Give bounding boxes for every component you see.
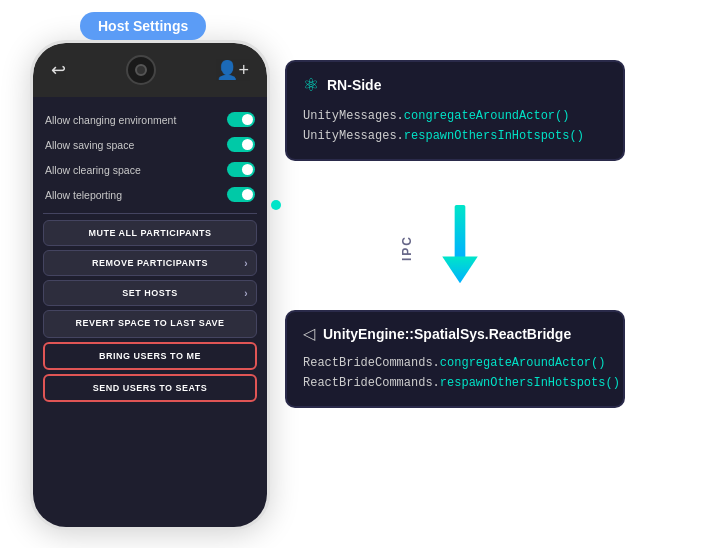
set-hosts-chevron: › <box>244 288 248 299</box>
rn-prefix1: UnityMessages. <box>303 109 404 123</box>
phone-divider <box>43 213 257 214</box>
mute-label: MUTE ALL PARTICIPANTS <box>88 228 211 238</box>
phone-camera-inner <box>135 64 147 76</box>
bring-users-label: BRING USERS TO ME <box>99 351 201 361</box>
callout-rn-line1: UnityMessages.congregateAroundActor() <box>303 106 607 126</box>
toggle-label-saving: Allow saving space <box>45 139 134 151</box>
phone-mockup: ↩ 👤+ Allow changing environment Allow sa… <box>30 40 270 530</box>
phone-camera <box>126 55 156 85</box>
back-icon: ↩ <box>51 59 66 81</box>
add-user-icon: 👤+ <box>216 59 249 81</box>
react-icon: ⚛ <box>303 74 319 96</box>
ipc-container: IPC <box>430 205 490 285</box>
set-hosts-label: SET HOSTS <box>122 288 178 298</box>
ipc-label: IPC <box>400 235 414 261</box>
toggle-saving[interactable] <box>227 137 255 152</box>
host-settings-badge: Host Settings <box>80 12 206 40</box>
unity-icon: ◁ <box>303 324 315 343</box>
phone-body: Allow changing environment Allow saving … <box>33 97 267 527</box>
set-hosts-btn[interactable]: SET HOSTS › <box>43 280 257 306</box>
callout-rn-code: UnityMessages.congregateAroundActor() Un… <box>303 106 607 147</box>
toggle-label-clearing: Allow clearing space <box>45 164 141 176</box>
send-users-btn[interactable]: SEND USERS TO SEATS <box>43 374 257 402</box>
ipc-arrow-svg <box>440 205 480 285</box>
callout-unity: ◁ UnityEngine::SpatialSys.ReactBridge Re… <box>285 310 625 408</box>
send-users-label: SEND USERS TO SEATS <box>93 383 208 393</box>
callout-rn: ⚛ RN-Side UnityMessages.congregateAround… <box>285 60 625 161</box>
unity-prefix2: ReactBrideCommands. <box>303 376 440 390</box>
remove-btn[interactable]: REMOVE PARTICIPANTS › <box>43 250 257 276</box>
callout-unity-title-text: UnityEngine::SpatialSys.ReactBridge <box>323 326 571 342</box>
callout-rn-title: ⚛ RN-Side <box>303 74 607 96</box>
bring-users-btn[interactable]: BRING USERS TO ME <box>43 342 257 370</box>
unity-method1: congregateAroundActor() <box>440 356 606 370</box>
callout-rn-line2: UnityMessages.respawnOthersInHotspots() <box>303 126 607 146</box>
revert-btn[interactable]: REVERT SPACE TO LAST SAVE <box>43 310 257 338</box>
mute-btn[interactable]: MUTE ALL PARTICIPANTS <box>43 220 257 246</box>
toggle-clearing[interactable] <box>227 162 255 177</box>
toggle-row-clearing[interactable]: Allow clearing space <box>43 157 257 182</box>
toggle-env[interactable] <box>227 112 255 127</box>
callout-unity-line1: ReactBrideCommands.congregateAroundActor… <box>303 353 607 373</box>
toggle-teleport[interactable] <box>227 187 255 202</box>
callout-unity-title: ◁ UnityEngine::SpatialSys.ReactBridge <box>303 324 607 343</box>
callout-unity-line2: ReactBrideCommands.respawnOthersInHotspo… <box>303 373 607 393</box>
callout-unity-code: ReactBrideCommands.congregateAroundActor… <box>303 353 607 394</box>
svg-rect-0 <box>455 205 466 258</box>
revert-label: REVERT SPACE TO LAST SAVE <box>75 318 224 330</box>
rn-method1: congregateAroundActor() <box>404 109 570 123</box>
svg-marker-1 <box>442 257 478 284</box>
rn-prefix2: UnityMessages. <box>303 129 404 143</box>
toggle-row-saving[interactable]: Allow saving space <box>43 132 257 157</box>
remove-label: REMOVE PARTICIPANTS <box>92 258 208 268</box>
phone-top-bar: ↩ 👤+ <box>33 43 267 97</box>
rn-method2: respawnOthersInHotspots() <box>404 129 584 143</box>
toggle-row-env[interactable]: Allow changing environment <box>43 107 257 132</box>
connection-dot <box>271 200 281 210</box>
unity-prefix1: ReactBrideCommands. <box>303 356 440 370</box>
unity-method2: respawnOthersInHotspots() <box>440 376 620 390</box>
callout-rn-title-text: RN-Side <box>327 77 381 93</box>
toggle-label-env: Allow changing environment <box>45 114 176 126</box>
toggle-label-teleport: Allow teleporting <box>45 189 122 201</box>
toggle-row-teleport[interactable]: Allow teleporting <box>43 182 257 207</box>
remove-chevron: › <box>244 258 248 269</box>
